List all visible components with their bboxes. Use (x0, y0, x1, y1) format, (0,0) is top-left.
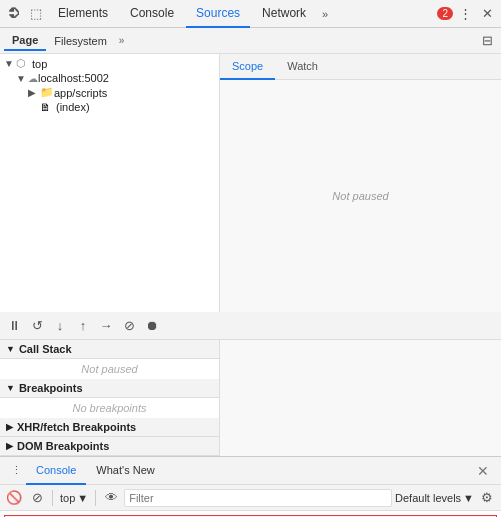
dom-title: DOM Breakpoints (17, 440, 109, 452)
tab-page[interactable]: Page (4, 31, 46, 51)
tab-watch[interactable]: Watch (275, 54, 330, 80)
tree-item-top[interactable]: ▼ ⬡ top (0, 56, 219, 71)
tree-item-app-scripts[interactable]: ▶ 📁 app/scripts (0, 85, 219, 100)
console-toolbar: 🚫 ⊘ top ▼ 👁 Default levels ▼ ⚙ (0, 485, 501, 511)
tree-item-localhost[interactable]: ▼ ☁ localhost:5002 (0, 71, 219, 85)
tab-whats-new[interactable]: What's New (86, 457, 164, 485)
call-stack-title: Call Stack (19, 343, 72, 355)
filter-toggle-button[interactable]: ⊘ (27, 488, 47, 508)
tree-label-index: (index) (56, 101, 90, 113)
tree-label-top: top (32, 58, 47, 70)
more-tabs-button[interactable]: » (318, 8, 332, 20)
record-button[interactable]: ⏺ (142, 316, 162, 336)
dom-arrow: ▶ (6, 441, 13, 451)
settings-icon[interactable]: ⚙ (477, 488, 497, 508)
xhr-breakpoints-header[interactable]: ▶ XHR/fetch Breakpoints (0, 418, 219, 437)
folder-icon: 📁 (40, 86, 54, 99)
side-left-panel: ▼ Call Stack Not paused ▼ Breakpoints No… (0, 340, 220, 456)
vertical-dots-icon[interactable]: ⋮ (455, 4, 475, 24)
tree-arrow-app-scripts: ▶ (28, 87, 40, 98)
close-devtools-icon[interactable]: ✕ (477, 4, 497, 24)
call-stack-header[interactable]: ▼ Call Stack (0, 340, 219, 359)
context-selector[interactable]: top ▼ (58, 492, 90, 504)
tree-arrow-top: ▼ (4, 58, 16, 69)
deactivate-breakpoints-button[interactable]: ⊘ (119, 316, 139, 336)
log-levels-label: Default levels (395, 492, 461, 504)
console-messages-list: ⊗ Access to XMLHttpRequest at 'http:// -… (0, 511, 501, 517)
file-tree-panel: ▼ ⬡ top ▼ ☁ localhost:5002 ▶ 📁 app/scrip… (0, 54, 220, 312)
devtools-tab-bar: ⮊ ⬚ Elements Console Sources Network » 2… (0, 0, 501, 28)
file-icon-index: 🗎 (40, 101, 54, 113)
breakpoints-content: No breakpoints (0, 398, 219, 418)
console-toolbar-icon[interactable]: ⋮ (6, 461, 26, 481)
debug-toolbar: ⏸ ↺ ↓ ↑ → ⊘ ⏺ (0, 312, 501, 340)
call-stack-arrow: ▼ (6, 344, 15, 354)
side-right-panel (220, 340, 501, 456)
xhr-title: XHR/fetch Breakpoints (17, 421, 136, 433)
tree-item-index[interactable]: 🗎 (index) (0, 100, 219, 114)
tab-sources[interactable]: Sources (186, 0, 250, 28)
tree-arrow-localhost: ▼ (16, 73, 28, 84)
breakpoints-title: Breakpoints (19, 382, 83, 394)
cursor-icon[interactable]: ⮊ (4, 4, 24, 24)
tab-network[interactable]: Network (252, 0, 316, 28)
step-into-button[interactable]: ↓ (50, 316, 70, 336)
eye-icon[interactable]: 👁 (101, 488, 121, 508)
more-subtabs-button[interactable]: » (115, 35, 129, 46)
console-section: ⋮ Console What's New ✕ 🚫 ⊘ top ▼ 👁 Defau… (0, 456, 501, 517)
error-count-badge: 2 (437, 7, 453, 20)
clear-console-button[interactable]: 🚫 (4, 488, 24, 508)
context-label: top (60, 492, 75, 504)
scope-not-paused: Not paused (220, 80, 501, 312)
breakpoints-header[interactable]: ▼ Breakpoints (0, 379, 219, 398)
step-over-button[interactable]: ↺ (27, 316, 47, 336)
tab-elements[interactable]: Elements (48, 0, 118, 28)
main-content-area: ▼ ⬡ top ▼ ☁ localhost:5002 ▶ 📁 app/scrip… (0, 54, 501, 312)
dom-breakpoints-header[interactable]: ▶ DOM Breakpoints (0, 437, 219, 456)
tree-label-localhost: localhost:5002 (38, 72, 109, 84)
tab-console-bottom[interactable]: Console (26, 457, 86, 485)
close-console-button[interactable]: ✕ (471, 463, 495, 479)
step-out-button[interactable]: ↑ (73, 316, 93, 336)
tab-filesystem[interactable]: Filesystem (46, 32, 115, 50)
side-sections: ▼ Call Stack Not paused ▼ Breakpoints No… (0, 340, 501, 456)
log-levels-selector[interactable]: Default levels ▼ (395, 492, 474, 504)
tree-label-app-scripts: app/scripts (54, 87, 107, 99)
sources-sub-toolbar: Page Filesystem » ⊟ (0, 28, 501, 54)
context-dropdown-icon: ▼ (77, 492, 88, 504)
toolbar-separator-2 (95, 490, 96, 506)
split-view-icon[interactable]: ⊟ (477, 31, 497, 51)
cloud-icon: ☁ (28, 73, 38, 84)
scope-watch-panel: Scope Watch Not paused (220, 54, 501, 312)
tab-console[interactable]: Console (120, 0, 184, 28)
filter-input[interactable] (124, 489, 392, 507)
xhr-arrow: ▶ (6, 422, 13, 432)
pause-button[interactable]: ⏸ (4, 316, 24, 336)
toolbar-separator-1 (52, 490, 53, 506)
scope-tab-bar: Scope Watch (220, 54, 501, 80)
inspect-icon[interactable]: ⬚ (26, 4, 46, 24)
top-icon: ⬡ (16, 57, 30, 70)
file-tree: ▼ ⬡ top ▼ ☁ localhost:5002 ▶ 📁 app/scrip… (0, 54, 219, 312)
call-stack-content: Not paused (0, 359, 219, 379)
tab-scope[interactable]: Scope (220, 54, 275, 80)
breakpoints-arrow: ▼ (6, 383, 15, 393)
log-levels-arrow: ▼ (463, 492, 474, 504)
step-button[interactable]: → (96, 316, 116, 336)
console-tab-bar: ⋮ Console What's New ✕ (0, 457, 501, 485)
